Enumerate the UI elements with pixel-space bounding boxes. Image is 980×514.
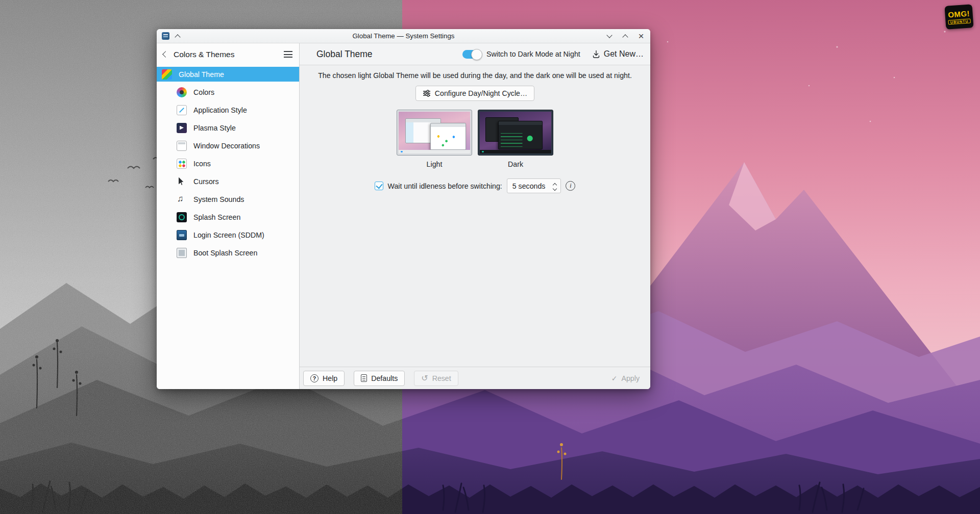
theme-card-dark[interactable]	[478, 110, 553, 156]
sliders-icon	[423, 89, 431, 97]
dark-mode-toggle[interactable]	[462, 50, 482, 59]
cursor-icon	[177, 176, 187, 187]
sidebar-item-plasma-style[interactable]: Plasma Style	[157, 120, 299, 135]
reset-button[interactable]: Reset	[414, 371, 458, 386]
badge-line1: OMG!	[948, 9, 970, 19]
sidebar-item-cursors[interactable]: Cursors	[157, 174, 299, 189]
dark-theme-preview	[480, 112, 551, 153]
sidebar-item-colors[interactable]: Colors	[157, 85, 299, 99]
sidebar-item-global-theme[interactable]: Global Theme	[157, 67, 299, 82]
dark-preview-window-front	[498, 121, 543, 149]
back-button[interactable]	[162, 51, 169, 58]
badge-line2: UBUNTU	[948, 18, 971, 24]
defaults-icon	[361, 374, 367, 382]
content-area: The chosen light Global Theme will be us…	[300, 65, 650, 367]
chevron-up-icon	[622, 34, 628, 40]
sidebar-header: Colors & Themes	[157, 43, 299, 65]
sidebar-item-icons[interactable]: Icons	[157, 156, 299, 171]
spin-down-button[interactable]	[553, 187, 557, 191]
configure-day-night-button[interactable]: Configure Day/Night Cycle…	[415, 86, 534, 101]
sidebar-item-label: Global Theme	[179, 70, 224, 79]
omg-ubuntu-badge: OMG! UBUNTU	[944, 4, 973, 30]
sidebar: Colors & Themes Global Theme Colors Appl…	[157, 43, 300, 389]
theme-card-light[interactable]	[397, 110, 472, 156]
get-new-label: Get New…	[604, 49, 644, 59]
desktop: OMG! UBUNTU Global Theme — System Settin…	[0, 0, 980, 514]
help-button[interactable]: Help	[303, 371, 345, 386]
system-settings-app-icon[interactable]	[162, 32, 169, 40]
main-panel: Global Theme Switch to Dark Mode at Nigh…	[300, 43, 650, 389]
global-theme-icon	[162, 69, 172, 80]
sidebar-item-label: Window Decorations	[193, 142, 260, 150]
chevron-down-icon	[606, 32, 612, 38]
apply-check-icon	[611, 374, 618, 382]
sidebar-item-splash-screen[interactable]: Splash Screen	[157, 210, 299, 224]
dark-theme-label: Dark	[508, 160, 523, 168]
apply-button[interactable]: Apply	[604, 371, 647, 386]
dark-preview-taskbar	[480, 150, 551, 153]
light-theme-preview	[399, 112, 470, 153]
sidebar-item-label: System Sounds	[193, 195, 244, 203]
splash-screen-icon	[177, 212, 187, 222]
minimize-button[interactable]	[605, 32, 614, 40]
window-titlebar[interactable]: Global Theme — System Settings	[157, 29, 650, 43]
icons-grid-icon	[177, 159, 187, 169]
color-wheel-icon	[177, 87, 187, 97]
idle-duration-value: 5 seconds	[507, 182, 550, 190]
apply-label: Apply	[622, 374, 640, 382]
sidebar-item-label: Login Screen (SDDM)	[193, 231, 264, 239]
sidebar-item-login-screen[interactable]: Login Screen (SDDM)	[157, 227, 299, 242]
sidebar-item-label: Boot Splash Screen	[193, 249, 257, 257]
reset-icon	[421, 373, 428, 383]
sidebar-item-boot-splash-screen[interactable]: Boot Splash Screen	[157, 245, 299, 260]
maximize-button[interactable]	[621, 32, 629, 40]
main-header: Global Theme Switch to Dark Mode at Nigh…	[300, 43, 650, 65]
sidebar-item-label: Splash Screen	[193, 213, 240, 221]
idle-checkbox-label: Wait until idleness before switching:	[388, 182, 502, 190]
window-decorations-icon	[177, 141, 187, 151]
sidebar-item-application-style[interactable]: Application Style	[157, 102, 299, 117]
get-new-button[interactable]: Get New…	[592, 49, 644, 59]
sidebar-item-label: Application Style	[193, 106, 247, 114]
login-screen-icon	[177, 230, 187, 240]
dark-mode-toggle-label: Switch to Dark Mode at Night	[486, 50, 580, 58]
light-preview-window-front	[430, 123, 466, 149]
configure-day-night-label: Configure Day/Night Cycle…	[435, 89, 527, 97]
reset-label: Reset	[432, 374, 451, 382]
music-note-icon	[177, 194, 187, 204]
sidebar-item-label: Colors	[193, 88, 214, 96]
light-theme-label: Light	[427, 160, 443, 168]
window-title: Global Theme — System Settings	[157, 32, 650, 40]
idle-duration-spinbox[interactable]: 5 seconds	[507, 178, 561, 193]
sidebar-item-window-decorations[interactable]: Window Decorations	[157, 138, 299, 153]
sidebar-list: Global Theme Colors Application Style Pl…	[157, 65, 299, 263]
sidebar-item-label: Cursors	[193, 177, 219, 186]
defaults-label: Defaults	[371, 374, 398, 382]
sidebar-title: Colors & Themes	[174, 50, 234, 59]
close-button[interactable]	[637, 32, 645, 40]
info-icon[interactable]	[566, 181, 575, 191]
help-label: Help	[323, 374, 337, 382]
plasma-style-icon	[177, 123, 187, 133]
application-style-icon	[177, 105, 187, 115]
sidebar-item-label: Icons	[193, 160, 211, 168]
sidebar-item-label: Plasma Style	[193, 124, 236, 132]
help-icon	[310, 374, 318, 382]
sidebar-item-system-sounds[interactable]: System Sounds	[157, 192, 299, 207]
boot-splash-icon	[177, 248, 187, 258]
idle-checkbox[interactable]	[375, 182, 383, 190]
footer-toolbar: Help Defaults Reset Apply	[300, 367, 650, 389]
light-preview-taskbar	[399, 150, 470, 153]
system-settings-window: Global Theme — System Settings Colors & …	[157, 29, 650, 389]
day-night-description: The chosen light Global Theme will be us…	[300, 71, 650, 80]
download-icon	[592, 50, 600, 59]
keep-above-icon[interactable]	[175, 34, 180, 40]
hamburger-menu-icon[interactable]	[284, 51, 292, 58]
page-title: Global Theme	[316, 49, 373, 60]
defaults-button[interactable]: Defaults	[354, 371, 405, 386]
